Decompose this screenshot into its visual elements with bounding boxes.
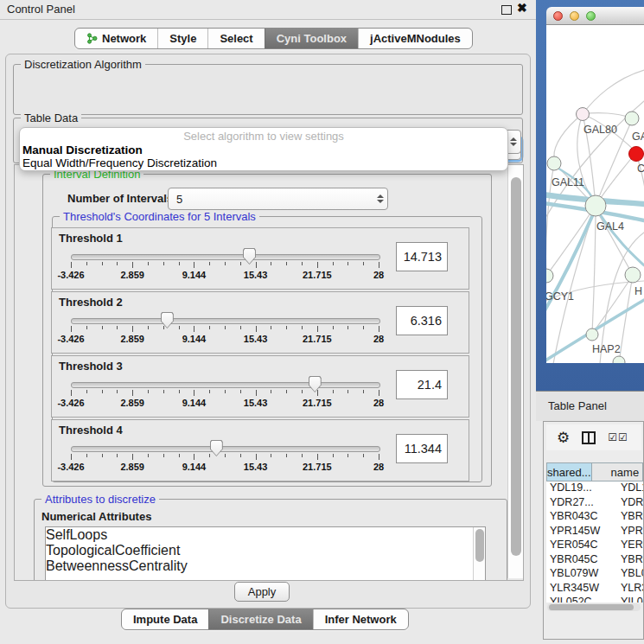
cell-shared-name: YBL079W bbox=[546, 567, 615, 582]
number-of-intervals-combobox[interactable]: 5 bbox=[168, 188, 388, 210]
table-row[interactable]: YIL052CYIL052C bbox=[546, 596, 643, 603]
network-node-pink[interactable] bbox=[577, 108, 590, 121]
tab-label: Cyni Toolbox bbox=[277, 32, 347, 45]
table-row[interactable]: YLR345WYLR345W bbox=[546, 582, 643, 596]
threshold-value-field[interactable]: 14.713 bbox=[396, 242, 448, 271]
numerical-attributes-list[interactable]: SelfLoopsTopologicalCoefficientBetweenne… bbox=[45, 526, 486, 581]
attribute-item-selfloops[interactable]: SelfLoops bbox=[46, 527, 485, 543]
tab-network[interactable]: Network bbox=[75, 29, 157, 48]
close-icon[interactable]: ✖ bbox=[517, 1, 527, 15]
control-panel: Control Panel ✖ NetworkStyleSelectCyni T… bbox=[0, 0, 536, 644]
tab-impute-data[interactable]: Impute Data bbox=[122, 609, 208, 629]
cell-name: YBL079W bbox=[615, 567, 643, 582]
slider-tick-labels: -3.4262.8599.14415.4321.71528 bbox=[71, 270, 379, 280]
table-hscrollbar[interactable] bbox=[547, 603, 641, 611]
settings-scroll-panel: Interval Definition Number of Intervals … bbox=[14, 164, 524, 581]
threshold-value-field[interactable]: 21.4 bbox=[396, 370, 448, 399]
float-window-icon[interactable] bbox=[501, 5, 512, 15]
threshold-label: Threshold 2 bbox=[59, 296, 123, 309]
tab-infer-network[interactable]: Infer Network bbox=[313, 609, 408, 629]
tab-jactivemnodules[interactable]: jActiveMNodules bbox=[358, 29, 472, 48]
thresholds-groupbox: Threshold's Coordinates for 5 Intervals … bbox=[52, 216, 482, 482]
threshold-slider[interactable] bbox=[71, 318, 380, 324]
cell-shared-name: YDL19... bbox=[546, 481, 615, 496]
settings-scrollbar-thumb[interactable] bbox=[511, 177, 521, 556]
column-header-name[interactable]: name bbox=[592, 462, 643, 481]
slider-ticks bbox=[71, 454, 379, 461]
cell-shared-name: YBR043C bbox=[546, 510, 615, 525]
network-node-green[interactable] bbox=[586, 328, 598, 341]
network-icon bbox=[86, 33, 98, 44]
list-scrollbar[interactable] bbox=[473, 527, 485, 581]
threshold-panel-2: Threshold 2-3.4262.8599.14415.4321.71528… bbox=[51, 291, 469, 354]
network-edge[interactable] bbox=[583, 70, 644, 114]
table-rows: YDL19...YDL19...YDR27...YDR27...YBR043CY… bbox=[546, 481, 643, 603]
minimize-traffic-light-icon[interactable] bbox=[570, 11, 579, 21]
network-node-green[interactable] bbox=[613, 356, 625, 363]
table-row[interactable]: YER054CYER054C bbox=[546, 539, 643, 553]
tab-style[interactable]: Style bbox=[157, 29, 207, 48]
threshold-slider[interactable] bbox=[71, 382, 380, 388]
cell-shared-name: YER054C bbox=[546, 539, 615, 553]
tab-select[interactable]: Select bbox=[207, 29, 264, 48]
table-row[interactable]: YDR27...YDR27... bbox=[546, 496, 643, 511]
network-window-titlebar bbox=[546, 7, 644, 25]
network-node-label: GAL80 bbox=[583, 124, 617, 136]
apply-button[interactable]: Apply bbox=[234, 582, 290, 602]
network-node-green[interactable] bbox=[547, 156, 561, 170]
threshold-value-field[interactable]: 11.344 bbox=[396, 434, 448, 463]
table-data-group-title: Table Data bbox=[21, 112, 81, 124]
table-row[interactable]: YBR045CYBR045C bbox=[546, 553, 643, 568]
network-edge[interactable] bbox=[554, 114, 583, 156]
interval-definition-groupbox: Interval Definition Number of Intervals … bbox=[42, 174, 492, 487]
table-hscrollbar-thumb[interactable] bbox=[549, 604, 634, 610]
threshold-slider[interactable] bbox=[71, 446, 380, 452]
network-node-label: H bbox=[634, 285, 642, 297]
settings-scrollbar[interactable] bbox=[507, 165, 523, 578]
cell-shared-name: YDR27... bbox=[546, 496, 615, 511]
column-header-shared-[interactable]: shared... bbox=[546, 462, 592, 481]
table-row[interactable]: YDL19...YDL19... bbox=[546, 481, 643, 496]
network-edge[interactable] bbox=[619, 275, 633, 363]
close-traffic-light-icon[interactable] bbox=[553, 11, 563, 21]
network-edge[interactable] bbox=[592, 216, 596, 335]
tab-label: Discretize Data bbox=[220, 613, 301, 626]
cell-shared-name: YPR145W bbox=[546, 525, 615, 539]
cell-name: YDL19... bbox=[615, 481, 643, 496]
network-canvas[interactable]: GAL80GACGAL11GAL4GCY1HHAP2 bbox=[546, 25, 644, 363]
table-row[interactable]: YBR043CYBR043C bbox=[546, 510, 643, 525]
network-node-green[interactable] bbox=[625, 267, 641, 283]
split-columns-icon[interactable] bbox=[582, 431, 596, 444]
network-node-red[interactable] bbox=[629, 147, 644, 162]
cell-name: YDR27... bbox=[615, 496, 643, 511]
network-node-green[interactable] bbox=[625, 112, 639, 125]
zoom-traffic-light-icon[interactable] bbox=[586, 11, 596, 21]
network-node-label: GCY1 bbox=[546, 290, 574, 303]
slider-ticks bbox=[71, 262, 379, 269]
threshold-label: Threshold 3 bbox=[59, 360, 123, 373]
attribute-item-topologicalcoefficient[interactable]: TopologicalCoefficient bbox=[46, 543, 485, 558]
combo-arrows-icon bbox=[373, 194, 387, 203]
threshold-panel-4: Threshold 4-3.4262.8599.14415.4321.71528… bbox=[51, 419, 469, 481]
table-panel-titlebar: Table Panel bbox=[536, 391, 644, 421]
attribute-item-betweennesscentrality[interactable]: BetweennessCentrality bbox=[46, 558, 485, 574]
threshold-label: Threshold 4 bbox=[59, 424, 123, 437]
select-columns-checkboxes-icon[interactable]: ☑☑ bbox=[608, 431, 628, 443]
tab-label: Style bbox=[169, 32, 196, 45]
threshold-slider[interactable] bbox=[71, 254, 380, 260]
cell-name: YIL052C bbox=[615, 596, 643, 603]
gear-icon[interactable]: ⚙ bbox=[557, 430, 570, 445]
list-scrollbar-thumb[interactable] bbox=[475, 529, 484, 562]
tab-discretize-data[interactable]: Discretize Data bbox=[208, 609, 312, 629]
dropdown-option-equal-width-frequency-discretization[interactable]: Equal Width/Frequency Discretization bbox=[20, 156, 507, 169]
cell-name: YPR145W bbox=[615, 525, 643, 539]
dropdown-option-manual-discretization[interactable]: Manual Discretization bbox=[20, 143, 507, 156]
slider-ticks bbox=[71, 390, 379, 397]
tab-cyni-toolbox[interactable]: Cyni Toolbox bbox=[265, 29, 358, 48]
network-node-green[interactable] bbox=[585, 195, 606, 216]
table-row[interactable]: YBL079WYBL079W bbox=[546, 567, 643, 582]
slider-ticks bbox=[71, 326, 379, 333]
table-row[interactable]: YPR145WYPR145W bbox=[546, 525, 643, 539]
network-node-green[interactable] bbox=[546, 269, 553, 283]
threshold-value-field[interactable]: 6.316 bbox=[396, 306, 448, 335]
